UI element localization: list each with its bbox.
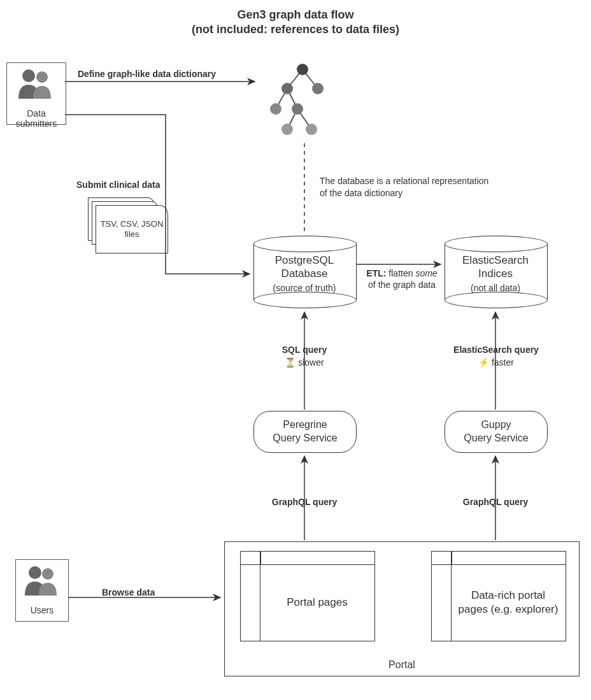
label-define-data-dictionary: Define graph-like data dictionary xyxy=(78,69,243,79)
es-line-1: ElasticSearch xyxy=(462,254,529,266)
portal-pages-label: Portal pages xyxy=(260,564,374,641)
portal-explorer-window: Data-rich portal pages (e.g. explorer) xyxy=(431,551,566,641)
es-line-3: (not all data) xyxy=(471,283,520,293)
peregrine-service: Peregrine Query Service xyxy=(253,411,357,453)
svg-point-16 xyxy=(306,124,317,135)
files-label: TSV, CSV, JSON files xyxy=(99,219,165,240)
postgres-line-2: Database xyxy=(281,268,328,280)
svg-point-11 xyxy=(281,83,293,94)
svg-point-10 xyxy=(297,64,308,75)
peregrine-line-1: Peregrine xyxy=(283,419,327,430)
svg-point-15 xyxy=(281,124,293,135)
portal-pages-window: Portal pages xyxy=(240,551,375,641)
svg-point-2 xyxy=(29,566,41,579)
label-es-query: ElasticSearch query ⚡ faster xyxy=(436,344,557,369)
svg-point-13 xyxy=(270,103,281,115)
svg-point-0 xyxy=(22,69,35,82)
actor-users-label: Users xyxy=(16,603,68,619)
diagram-title: Gen3 graph data flow (not included: refe… xyxy=(0,8,591,38)
label-graphql-right: GraphQL query xyxy=(445,497,546,507)
svg-point-12 xyxy=(312,83,324,94)
data-dictionary-tree-icon xyxy=(258,61,347,143)
svg-point-14 xyxy=(292,103,303,115)
portal-container: Portal pages Data-rich portal pages (e.g… xyxy=(224,541,580,676)
svg-point-3 xyxy=(42,568,53,580)
actor-data-submitters: Data submitters xyxy=(6,62,66,125)
postgres-line-3: (source of truth) xyxy=(273,283,336,293)
files-stack-icon: TSV, CSV, JSON files xyxy=(88,197,164,250)
peregrine-line-2: Query Service xyxy=(273,432,337,443)
label-browse-data: Browse data xyxy=(102,587,178,597)
users-icon xyxy=(7,63,66,104)
guppy-line-1: Guppy xyxy=(481,419,511,430)
actor-users: Users xyxy=(15,559,69,622)
label-graphql-left: GraphQL query xyxy=(253,497,355,507)
elasticsearch-indices: ElasticSearch Indices (not all data) xyxy=(445,236,546,307)
portal-explorer-label: Data-rich portal pages (e.g. explorer) xyxy=(451,564,566,641)
guppy-service: Guppy Query Service xyxy=(445,411,548,453)
label-db-note: The database is a relational representat… xyxy=(320,175,498,199)
label-etl: ETL: flatten some of the graph data xyxy=(360,268,443,290)
label-sql-query: SQL query ⏳ slower xyxy=(253,344,355,369)
actor-data-submitters-label: Data submitters xyxy=(7,106,66,132)
guppy-line-2: Query Service xyxy=(464,432,528,443)
es-line-2: Indices xyxy=(478,268,513,280)
title-line-2: (not included: references to data files) xyxy=(192,23,399,36)
svg-point-1 xyxy=(36,71,48,83)
label-submit-clinical-data: Submit clinical data xyxy=(76,180,204,190)
postgres-line-1: PostgreSQL xyxy=(275,254,334,266)
portal-caption: Portal xyxy=(225,655,579,671)
title-line-1: Gen3 graph data flow xyxy=(237,8,353,21)
lightning-icon: ⚡ xyxy=(478,357,489,368)
postgres-database: PostgreSQL Database (source of truth) xyxy=(253,236,355,307)
users-icon xyxy=(16,560,68,601)
hourglass-icon: ⏳ xyxy=(285,357,296,368)
